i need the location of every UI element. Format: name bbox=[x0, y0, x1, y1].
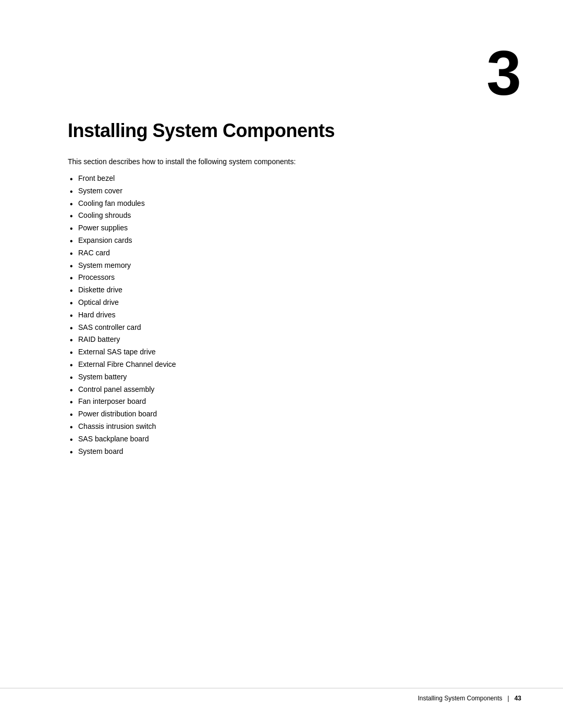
list-item: Power supplies bbox=[68, 222, 495, 235]
list-item: Cooling shrouds bbox=[68, 209, 495, 222]
list-item: Control panel assembly bbox=[68, 384, 495, 396]
list-item: System memory bbox=[68, 260, 495, 272]
chapter-number: 3 bbox=[486, 42, 521, 104]
footer-separator: | bbox=[508, 695, 509, 702]
list-item: System battery bbox=[68, 371, 495, 384]
list-item: System board bbox=[68, 446, 495, 458]
intro-text: This section describes how to install th… bbox=[68, 156, 495, 167]
list-item: Front bezel bbox=[68, 172, 495, 185]
footer-section-label: Installing System Components bbox=[418, 695, 502, 702]
list-item: RAID battery bbox=[68, 334, 495, 346]
chapter-title: Installing System Components bbox=[68, 120, 495, 142]
list-item: Power distribution board bbox=[68, 408, 495, 421]
bullet-list: Front bezelSystem coverCooling fan modul… bbox=[68, 172, 495, 458]
footer-page-number: 43 bbox=[515, 695, 521, 702]
list-item: Hard drives bbox=[68, 309, 495, 322]
list-item: Chassis intrusion switch bbox=[68, 421, 495, 433]
footer: Installing System Components | 43 bbox=[0, 688, 563, 702]
page-container: 3 Installing System Components This sect… bbox=[0, 0, 563, 728]
list-item: Diskette drive bbox=[68, 284, 495, 297]
list-item: SAS backplane board bbox=[68, 433, 495, 446]
list-item: Expansion cards bbox=[68, 235, 495, 247]
content-area: Installing System Components This sectio… bbox=[68, 120, 495, 458]
list-item: RAC card bbox=[68, 247, 495, 260]
list-item: Cooling fan modules bbox=[68, 198, 495, 210]
list-item: Optical drive bbox=[68, 297, 495, 309]
list-item: Fan interposer board bbox=[68, 396, 495, 408]
list-item: Processors bbox=[68, 272, 495, 284]
list-item: System cover bbox=[68, 185, 495, 198]
list-item: External SAS tape drive bbox=[68, 346, 495, 359]
list-item: SAS controller card bbox=[68, 322, 495, 334]
list-item: External Fibre Channel device bbox=[68, 359, 495, 371]
